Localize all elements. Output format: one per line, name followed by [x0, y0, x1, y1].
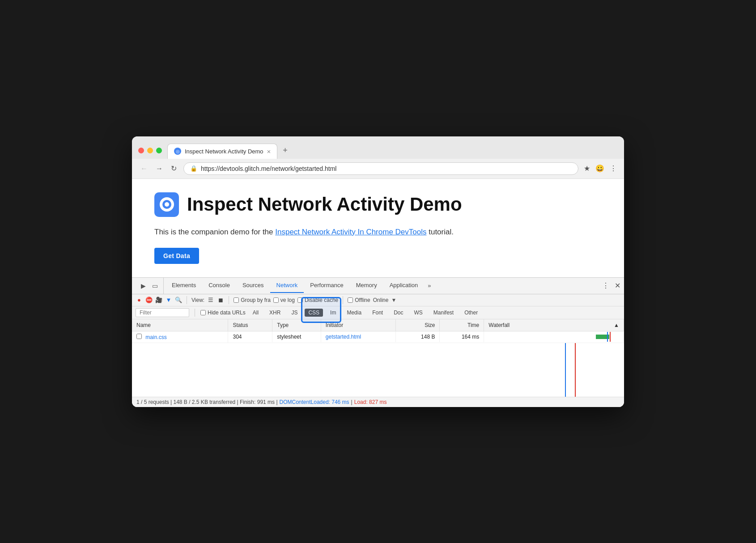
hide-data-urls-checkbox[interactable]	[200, 310, 206, 315]
filter-ws[interactable]: WS	[411, 309, 426, 317]
active-tab[interactable]: ◎ Inspect Network Activity Demo ×	[167, 144, 277, 159]
waterfall-view-icon[interactable]: ◼	[217, 297, 224, 304]
load-label[interactable]: Load: 827 ms	[354, 399, 387, 405]
desc-before: This is the companion demo for the	[154, 228, 275, 236]
devtools-close-icon[interactable]: ✕	[615, 281, 620, 290]
forward-button[interactable]: →	[154, 163, 164, 174]
preserve-log-checkbox[interactable]	[273, 297, 279, 303]
filter-media[interactable]: Media	[343, 309, 365, 317]
hide-data-urls-option: Hide data URLs	[200, 310, 246, 316]
devtools-menu-icon[interactable]: ⋮	[602, 281, 609, 290]
tab-elements[interactable]: Elements	[166, 278, 202, 293]
page-content: Inspect Network Activity Demo This is th…	[132, 179, 624, 277]
status-bar: 1 / 5 requests | 148 B / 2.5 KB transfer…	[132, 397, 624, 407]
tab-sources[interactable]: Sources	[236, 278, 270, 293]
page-logo	[154, 192, 179, 217]
back-button[interactable]: ←	[139, 163, 149, 174]
cursor-icon[interactable]: ▶	[140, 281, 147, 290]
maximize-button[interactable]	[156, 148, 162, 153]
cell-waterfall	[484, 332, 624, 342]
col-name[interactable]: Name	[132, 319, 228, 331]
minimize-button[interactable]	[147, 148, 153, 153]
browser-window: ◎ Inspect Network Activity Demo × + ← → …	[132, 136, 624, 407]
filter-xhr[interactable]: XHR	[266, 309, 284, 317]
group-by-frame-checkbox[interactable]	[234, 297, 239, 303]
cell-name: main.css	[132, 331, 228, 343]
toolbar-separator	[187, 296, 187, 304]
tab-console[interactable]: Console	[202, 278, 236, 293]
throttle-dropdown-icon[interactable]: ▼	[391, 297, 396, 303]
offline-checkbox[interactable]	[348, 297, 353, 303]
filter-doc[interactable]: Doc	[390, 309, 407, 317]
col-waterfall[interactable]: Waterfall ▲	[484, 319, 624, 331]
new-tab-button[interactable]: +	[278, 142, 292, 159]
disable-cache-option: Disable cache	[297, 297, 338, 303]
close-button[interactable]	[138, 148, 144, 153]
col-time[interactable]: Time	[440, 319, 484, 331]
disable-cache-checkbox[interactable]	[297, 297, 303, 303]
col-size: Size	[396, 319, 440, 331]
bookmark-icon[interactable]: ★	[584, 164, 590, 173]
page-description: This is the companion demo for the Inspe…	[154, 226, 602, 238]
url-bar[interactable]: 🔒 https://devtools.glitch.me/network/get…	[183, 162, 578, 175]
tab-close-button[interactable]: ×	[267, 148, 271, 155]
group-by-frame-option: Group by fra	[234, 297, 271, 303]
col-initiator[interactable]: Initiator	[321, 319, 396, 331]
filter-img[interactable]: Im	[327, 309, 340, 317]
menu-icon[interactable]: ⋮	[610, 164, 617, 173]
tab-memory[interactable]: Memory	[350, 278, 383, 293]
filter-font[interactable]: Font	[369, 309, 386, 317]
svg-point-2	[165, 202, 169, 207]
filter-input[interactable]	[136, 308, 189, 317]
cell-time: 164 ms	[440, 331, 484, 342]
sort-icon: ▲	[614, 322, 619, 328]
filter-all[interactable]: All	[249, 309, 262, 317]
empty-rows	[132, 343, 624, 397]
row-checkbox[interactable]	[136, 334, 142, 339]
tab-network[interactable]: Network	[270, 278, 304, 293]
online-label: Online	[373, 297, 389, 303]
record-icon[interactable]: ●	[136, 297, 143, 304]
col-type[interactable]: Type	[272, 319, 321, 331]
tab-more-button[interactable]: »	[424, 279, 434, 293]
network-table: Name Status Type Initiator Size Time Wat…	[132, 319, 624, 397]
cell-initiator: getstarted.html	[321, 331, 396, 342]
devtools-panel: ▶ ▭ Elements Console Sources Network Per…	[132, 277, 624, 407]
reload-button[interactable]: ↻	[170, 163, 178, 174]
tab-bar: ◎ Inspect Network Activity Demo × +	[167, 142, 292, 159]
filter-manifest[interactable]: Manifest	[430, 309, 457, 317]
col-size-label: Size	[425, 322, 435, 328]
filter-js[interactable]: JS	[288, 309, 301, 317]
clear-icon[interactable]: ⛔	[145, 297, 153, 304]
responsive-icon[interactable]: ▭	[151, 281, 159, 290]
status-separator: |	[351, 399, 353, 405]
disable-cache-label: Disable cache	[305, 297, 338, 303]
css-filter-container: CSS	[305, 310, 323, 316]
preserve-log-option: ve log	[273, 297, 295, 303]
filter-other[interactable]: Other	[461, 309, 481, 317]
devtools-link[interactable]: Inspect Network Activity In Chrome DevTo…	[275, 228, 426, 236]
col-status[interactable]: Status	[228, 319, 272, 331]
tab-application[interactable]: Application	[383, 278, 425, 293]
camera-icon[interactable]: 🎥	[155, 297, 162, 304]
list-view-icon[interactable]: ☰	[207, 297, 214, 304]
devtools-tabs: ▶ ▭ Elements Console Sources Network Per…	[132, 278, 624, 294]
offline-label: Offline	[355, 297, 370, 303]
offline-option: Offline	[348, 297, 370, 303]
desc-after: tutorial.	[426, 228, 453, 236]
get-data-button[interactable]: Get Data	[154, 248, 199, 264]
cell-type: stylesheet	[272, 331, 321, 342]
toolbar-separator-3	[343, 296, 343, 304]
filename: main.css	[145, 334, 166, 340]
search-icon[interactable]: 🔍	[175, 297, 182, 304]
waterfall-line-red	[610, 332, 611, 342]
waterfall-line-blue	[607, 332, 608, 342]
filter-icon[interactable]: ▼	[165, 297, 172, 304]
tab-performance[interactable]: Performance	[304, 278, 349, 293]
filter-css[interactable]: CSS	[305, 309, 323, 317]
dom-content-loaded-label[interactable]: DOMContentLoaded: 746 ms	[280, 399, 349, 405]
window-controls	[138, 148, 162, 159]
table-row[interactable]: main.css 304 stylesheet getstarted.html …	[132, 331, 624, 343]
devtools-tab-icons: ▶ ▭	[136, 278, 164, 294]
profile-icon[interactable]: 😀	[595, 164, 604, 173]
